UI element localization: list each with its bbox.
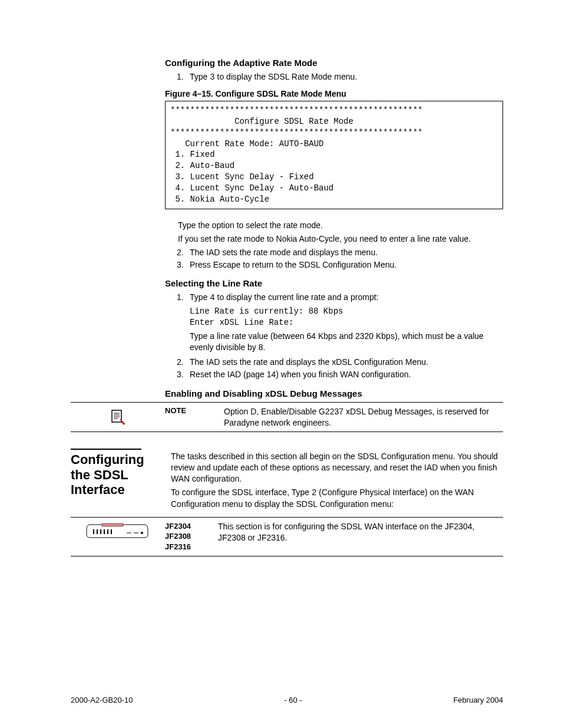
list-item: 3. Press Escape to return to the SDSL Co…	[177, 259, 503, 271]
text: Type the option to select the rate mode.	[178, 220, 503, 231]
list-number: 3.	[177, 369, 190, 380]
text: Type	[190, 72, 210, 81]
section-title: Configuring the SDSL Interface	[71, 449, 141, 497]
text: Press Escape to return to the SDSL Confi…	[190, 259, 503, 271]
section-row: Configuring the SDSL Interface The tasks…	[71, 449, 503, 512]
code-line: Line Rate is currently: 88 Kbps	[190, 306, 503, 317]
svg-rect-0	[112, 410, 121, 422]
paragraph-block: Type the option to select the rate mode.…	[178, 220, 503, 245]
ordered-list: 1. Type 3 to display the SDSL Rate Mode …	[165, 71, 503, 83]
heading-adaptive-rate: Configuring the Adaptive Rate Mode	[165, 58, 503, 68]
list-item: 2. The IAD sets the rate mode and displa…	[177, 247, 503, 258]
device-text: This section is for configuring the SDSL…	[218, 521, 503, 543]
list-item: 3. Reset the IAD (page 14) when you fini…	[177, 369, 503, 380]
list-number: 3.	[177, 259, 190, 271]
text: The tasks described in this section all …	[171, 451, 503, 485]
list-item: 1. Type 3 to display the SDSL Rate Mode …	[177, 71, 503, 83]
note-icon	[110, 409, 126, 426]
list-item: 2. The IAD sets the rate and displays th…	[177, 357, 503, 368]
page-footer: 2000-A2-GB20-10 - 60 - February 2004	[71, 696, 503, 704]
svg-point-12	[141, 532, 143, 534]
model-number: JF2304	[165, 521, 218, 532]
text: To configure the SDSL interface, Type	[171, 487, 312, 497]
terminal-output: ****************************************…	[165, 101, 503, 209]
ordered-list: 1. Type 4 to display the current line ra…	[165, 292, 503, 380]
text: To configure the SDSL interface, Type 2 …	[171, 487, 503, 510]
text: The IAD sets the rate mode and displays …	[190, 247, 503, 258]
device-models: JF2304 JF2308 JF2316	[165, 521, 218, 552]
footer-date: February 2004	[453, 696, 503, 704]
list-body: Type 4 to display the current line rate …	[190, 292, 503, 355]
list-body: Type 3 to display the SDSL Rate Mode men…	[190, 71, 503, 83]
text: to display the SDSL Rate Mode menu.	[215, 72, 358, 81]
note-label: NOTE	[165, 406, 224, 415]
code-inline: 4	[210, 293, 214, 302]
section-body: The tasks described in this section all …	[171, 449, 503, 512]
text: Type	[190, 292, 210, 302]
heading-debug: Enabling and Disabling xDSL Debug Messag…	[165, 388, 503, 398]
code-inline: 3	[210, 73, 214, 82]
device-block: JF2304 JF2308 JF2316 This section is for…	[71, 517, 503, 556]
text: to display the current line rate and a p…	[215, 292, 379, 302]
text: If you set the rate mode to Nokia Auto-C…	[178, 233, 503, 245]
heading-line-rate: Selecting the Line Rate	[165, 278, 503, 288]
text: The IAD sets the rate and displays the x…	[190, 357, 503, 368]
side-title-cell: Configuring the SDSL Interface	[71, 449, 171, 512]
list-item: 1. Type 4 to display the current line ra…	[177, 292, 503, 355]
code-line: Enter xDSL Line Rate:	[190, 317, 503, 328]
note-block: NOTE Option D, Enable/Disable G2237 xDSL…	[71, 402, 503, 433]
main-content: Configuring the Adaptive Rate Mode 1. Ty…	[165, 58, 503, 556]
ordered-list: 2. The IAD sets the rate mode and displa…	[165, 247, 503, 271]
footer-doc-id: 2000-A2-GB20-10	[71, 696, 133, 704]
svg-rect-5	[102, 523, 123, 526]
device-icon-cell	[71, 521, 165, 540]
device-icon	[85, 522, 150, 540]
note-icon-cell	[71, 406, 165, 426]
page: Configuring the Adaptive Rate Mode 1. Ty…	[0, 0, 562, 728]
list-number: 2.	[177, 247, 190, 258]
list-number: 1.	[177, 71, 190, 83]
figure-caption: Figure 4–15. Configure SDSL Rate Mode Me…	[165, 89, 503, 98]
list-number: 1.	[177, 292, 190, 355]
list-number: 2.	[177, 357, 190, 368]
footer-page-number: - 60 -	[284, 696, 302, 704]
note-text: Option D, Enable/Disable G2237 xDSL Debu…	[224, 406, 503, 429]
model-number: JF2308	[165, 531, 218, 542]
text: Reset the IAD (page 14) when you finish …	[190, 369, 503, 380]
model-number: JF2316	[165, 542, 218, 552]
text: Type a line rate value (between 64 Kbps …	[190, 331, 503, 353]
